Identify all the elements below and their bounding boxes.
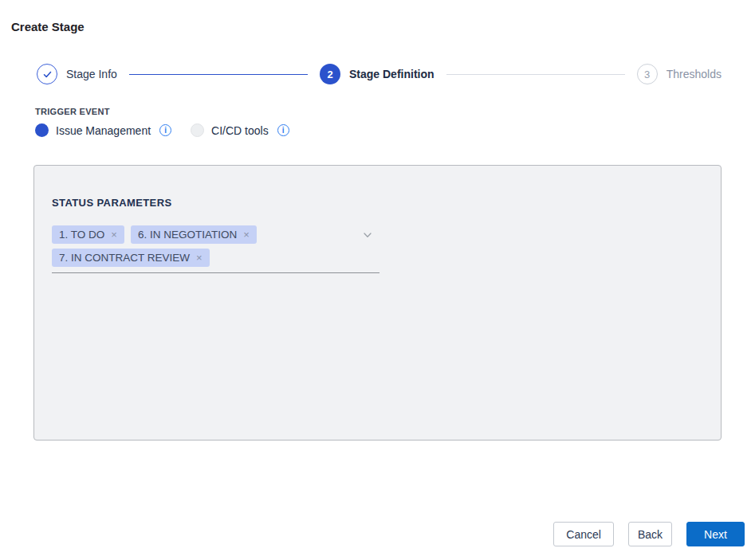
chevron-down-icon[interactable] — [362, 229, 373, 241]
tag-label: 6. IN NEGOTIATION — [138, 229, 237, 241]
remove-tag-icon[interactable]: × — [111, 229, 117, 240]
stepper-step-stage-definition[interactable]: 2 Stage Definition — [320, 64, 435, 84]
tag-chip: 6. IN NEGOTIATION × — [131, 225, 257, 244]
status-parameters-panel: STATUS PARAMETERS 1. TO DO × 6. IN NEGOT… — [33, 165, 722, 441]
tag-label: 1. TO DO — [59, 229, 104, 241]
radio-label: Issue Management — [56, 124, 151, 137]
stepper-connector-active — [129, 74, 308, 75]
stepper-step-thresholds[interactable]: 3 Thresholds — [637, 64, 722, 84]
trigger-event-label: TRIGGER EVENT — [35, 107, 289, 116]
dialog-actions: Cancel Back Next — [553, 522, 745, 546]
check-icon — [42, 69, 53, 80]
status-parameters-select[interactable]: 1. TO DO × 6. IN NEGOTIATION × 7. IN CON… — [52, 225, 379, 273]
cancel-button[interactable]: Cancel — [553, 522, 614, 546]
radio-label: CI/CD tools — [211, 124, 269, 137]
radio-option-issue-management[interactable]: Issue Management i — [35, 123, 171, 137]
tag-chip: 7. IN CONTRACT REVIEW × — [52, 249, 210, 267]
selected-tags: 1. TO DO × 6. IN NEGOTIATION × 7. IN CON… — [52, 225, 351, 267]
stepper-connector-inactive — [446, 74, 625, 75]
step-label: Stage Info — [66, 68, 117, 80]
page-title: Create Stage — [11, 20, 85, 33]
stepper: Stage Info 2 Stage Definition 3 Threshol… — [37, 64, 722, 84]
step-current-circle: 2 — [320, 64, 340, 84]
remove-tag-icon[interactable]: × — [196, 253, 203, 263]
create-stage-dialog: { "page": { "title": "Create Stage" }, "… — [0, 0, 755, 560]
trigger-event-radio-group: Issue Management i CI/CD tools i — [35, 123, 289, 137]
info-icon[interactable]: i — [159, 124, 171, 136]
radio-selected[interactable] — [35, 123, 49, 137]
trigger-event-section: TRIGGER EVENT Issue Management i CI/CD t… — [35, 107, 289, 137]
tag-chip: 1. TO DO × — [52, 225, 124, 244]
step-label: Stage Definition — [349, 68, 435, 80]
step-completed-circle — [37, 64, 57, 84]
remove-tag-icon[interactable]: × — [243, 229, 250, 240]
back-button[interactable]: Back — [628, 522, 672, 546]
radio-unselected[interactable] — [191, 123, 204, 137]
next-button[interactable]: Next — [686, 522, 745, 546]
step-label: Thresholds — [667, 68, 722, 80]
radio-option-cicd-tools[interactable]: CI/CD tools i — [191, 123, 289, 137]
info-icon[interactable]: i — [277, 124, 289, 136]
stepper-step-stage-info[interactable]: Stage Info — [37, 64, 117, 84]
step-upcoming-circle: 3 — [637, 64, 658, 84]
status-parameters-label: STATUS PARAMETERS — [52, 197, 703, 209]
tag-label: 7. IN CONTRACT REVIEW — [59, 252, 190, 264]
